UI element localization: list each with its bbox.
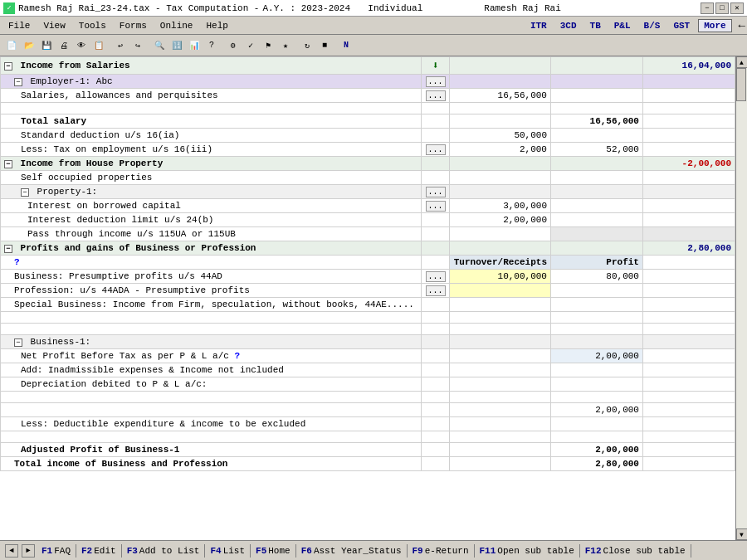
maximize-button[interactable]: □	[715, 2, 729, 14]
prop1-dots[interactable]: ...	[426, 187, 446, 197]
f12-key: F12	[585, 546, 602, 556]
scroll-down-arrow[interactable]: ▼	[736, 528, 748, 540]
cell	[642, 143, 735, 157]
table-row: Profession: u/s 44ADA - Presumptive prof…	[1, 284, 735, 298]
btn-gst[interactable]: GST	[668, 20, 695, 32]
cell	[1, 103, 422, 114]
scroll-up-arrow[interactable]: ▲	[736, 56, 748, 68]
menu-view[interactable]: View	[37, 17, 71, 34]
cell	[1, 324, 422, 335]
nav-right-arrow[interactable]: ►	[22, 544, 35, 558]
salaries-dots[interactable]: ...	[426, 90, 446, 101]
table-row: ? Turnover/Receipts Profit	[1, 256, 735, 270]
toolbar-star[interactable]: ★	[277, 37, 294, 54]
table-row	[1, 312, 735, 324]
toolbar-settings[interactable]: ⚙	[225, 37, 242, 54]
toolbar-print[interactable]: 🖨	[56, 37, 72, 54]
cell: ...	[422, 143, 449, 157]
collapse-biz1-icon[interactable]: −	[14, 338, 22, 347]
close-button[interactable]: ✕	[730, 2, 744, 14]
menu-online[interactable]: Online	[154, 17, 200, 34]
status-f11[interactable]: F11 Open sub table	[475, 544, 580, 558]
net-profit-question[interactable]: ?	[234, 351, 240, 361]
toolbar-refresh[interactable]: ↻	[299, 37, 315, 54]
cell	[642, 298, 735, 312]
interest-borr-dots[interactable]: ...	[426, 201, 446, 212]
cell	[642, 185, 735, 199]
prof-44ada-turnover[interactable]	[449, 284, 550, 298]
btn-itr[interactable]: ITR	[525, 20, 552, 32]
status-f6[interactable]: F6 Asst Year_Status	[296, 544, 408, 558]
collapse-house-icon[interactable]: −	[4, 160, 12, 168]
collapse-salary-icon[interactable]: −	[4, 62, 12, 71]
biz1-label: − Business-1:	[1, 335, 422, 349]
btn-bs[interactable]: B/S	[639, 20, 666, 32]
toolbar-find[interactable]: 🔍	[151, 37, 168, 54]
std-deduction-val: 50,000	[449, 129, 550, 143]
collapse-employer-icon[interactable]: −	[14, 78, 22, 86]
prof-44ada-dots[interactable]: ...	[426, 285, 446, 296]
toolbar-save[interactable]: 💾	[38, 37, 55, 54]
status-f1[interactable]: F1 FAQ	[37, 544, 76, 558]
status-f9[interactable]: F9 e-Return	[408, 544, 475, 558]
toolbar-new[interactable]: 📄	[3, 37, 20, 54]
biz-44ad-label: Business: Presumptive profits u/s 44AD	[1, 270, 422, 284]
table-row: Self occupied properties	[1, 171, 735, 185]
cell: ...	[422, 284, 449, 298]
status-f2[interactable]: F2 Edit	[76, 544, 122, 558]
btn-tb[interactable]: TB	[585, 20, 606, 32]
toolbar-copy[interactable]: 📋	[90, 37, 107, 54]
back-arrow-icon[interactable]: ←	[739, 19, 745, 32]
menu-help[interactable]: Help	[199, 17, 234, 34]
cell	[550, 213, 642, 227]
toolbar-help[interactable]: ?	[203, 37, 220, 54]
nav-left-arrow[interactable]: ◄	[5, 544, 18, 558]
status-f12[interactable]: F12 Close sub table	[580, 544, 691, 558]
toolbar-stop[interactable]: ■	[316, 37, 333, 54]
toolbar-calc[interactable]: 🔢	[168, 37, 185, 54]
cell	[422, 457, 449, 471]
collapse-prop1-icon[interactable]: −	[21, 188, 29, 197]
ay-text: A.Y. : 2023-2024	[262, 3, 350, 13]
toolbar-n[interactable]: N	[338, 37, 354, 54]
collapse-biz-icon[interactable]: −	[4, 245, 12, 253]
toolbar-open[interactable]: 📂	[21, 37, 37, 54]
btn-pl[interactable]: P&L	[609, 20, 636, 32]
cell	[449, 417, 550, 431]
table-row: Salaries, allowances and perquisites ...…	[1, 89, 735, 103]
employer-dots[interactable]: ...	[426, 76, 446, 87]
biz-44ad-dots[interactable]: ...	[426, 271, 446, 282]
btn-more[interactable]: More	[698, 19, 731, 32]
status-f5[interactable]: F5 Home	[251, 544, 296, 558]
table-row: Special Business: Income from Firm, spec…	[1, 298, 735, 312]
toolbar-check[interactable]: ✓	[242, 37, 259, 54]
cell	[550, 171, 642, 185]
biz-44ad-turnover[interactable]: 10,00,000	[449, 270, 550, 284]
status-f4[interactable]: F4 List	[205, 544, 251, 558]
btn-3cd[interactable]: 3CD	[555, 20, 582, 32]
toolbar-chart[interactable]: 📊	[186, 37, 203, 54]
net-profit-val[interactable]: 2,00,000	[550, 349, 642, 363]
inadmissible-label: Add: Inadmissible expenses & Income not …	[1, 363, 422, 377]
cell	[449, 431, 550, 443]
status-f3[interactable]: F3 Add to List	[122, 544, 206, 558]
cell	[642, 457, 735, 471]
toolbar-redo[interactable]: ↪	[129, 37, 146, 54]
table-row: Depreciation debited to P & L a/c:	[1, 377, 735, 392]
minimize-button[interactable]: −	[701, 2, 714, 14]
scroll-thumb[interactable]	[736, 68, 746, 101]
less-tax-dots[interactable]: ...	[426, 144, 446, 155]
cell	[449, 457, 550, 471]
question-icon[interactable]: ?	[14, 257, 20, 267]
menu-forms[interactable]: Forms	[113, 17, 154, 34]
menu-tools[interactable]: Tools	[72, 17, 113, 34]
f6-key: F6	[301, 546, 312, 556]
app-icon: ✓	[3, 2, 15, 14]
less-tax-val2: 52,000	[550, 143, 642, 157]
toolbar-undo[interactable]: ↩	[112, 37, 129, 54]
scrollbar-vertical[interactable]: ▲ ▼	[735, 56, 747, 540]
download-icon[interactable]: ⬇	[432, 60, 439, 72]
menu-file[interactable]: File	[2, 17, 37, 34]
toolbar-preview[interactable]: 👁	[73, 37, 90, 54]
toolbar-flag[interactable]: ⚑	[260, 37, 276, 54]
